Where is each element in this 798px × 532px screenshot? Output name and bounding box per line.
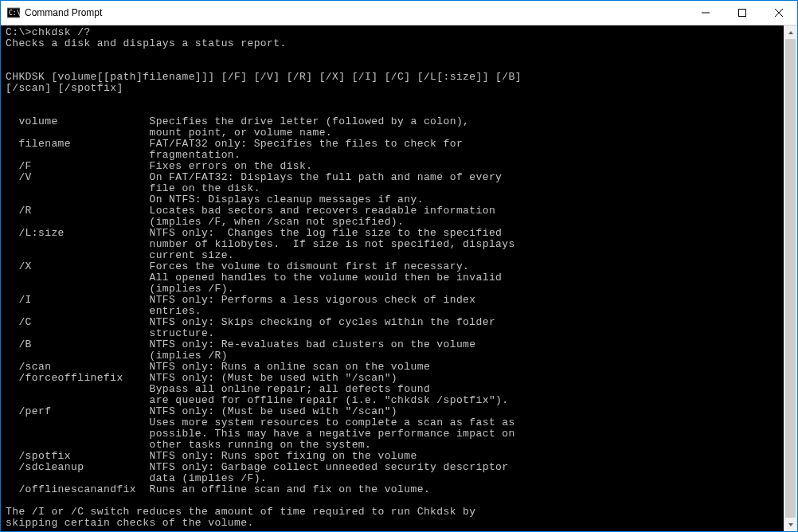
maximize-button[interactable] xyxy=(724,1,761,25)
scrollbar-thumb[interactable] xyxy=(785,39,796,518)
vertical-scrollbar[interactable] xyxy=(784,25,797,531)
svg-text:C:\: C:\ xyxy=(9,10,20,17)
scroll-down-button[interactable] xyxy=(784,518,797,531)
svg-marker-7 xyxy=(788,523,793,526)
scrollbar-track[interactable] xyxy=(784,39,797,518)
close-button[interactable] xyxy=(761,1,797,25)
titlebar[interactable]: C:\ Command Prompt xyxy=(1,1,797,25)
cmd-icon: C:\ xyxy=(7,6,20,19)
window-title: Command Prompt xyxy=(25,7,102,18)
svg-marker-6 xyxy=(788,31,793,34)
terminal-output[interactable]: C:\>chkdsk /? Checks a disk and displays… xyxy=(1,25,784,531)
minimize-button[interactable] xyxy=(687,1,724,25)
svg-rect-3 xyxy=(739,10,746,17)
terminal-area: C:\>chkdsk /? Checks a disk and displays… xyxy=(1,25,797,531)
scroll-up-button[interactable] xyxy=(784,25,797,39)
